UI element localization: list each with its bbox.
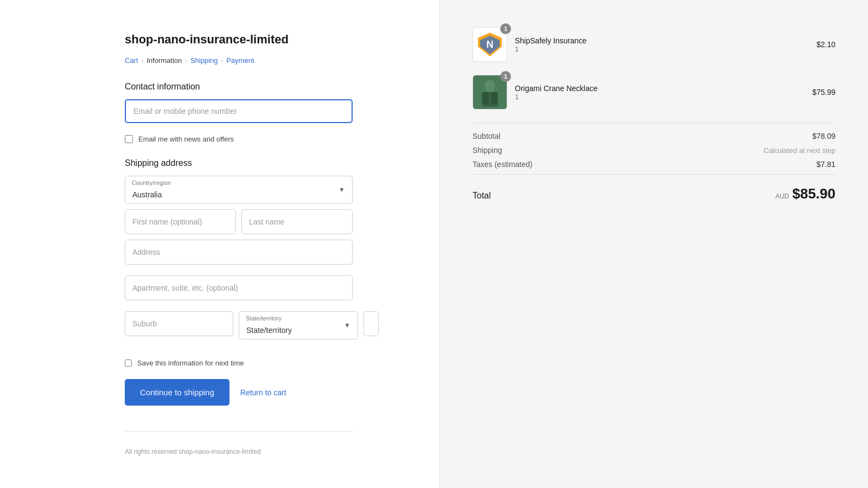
left-footer: All rights reserved shop-nano-insurance-… <box>125 431 353 455</box>
breadcrumb-information[interactable]: Information <box>146 56 182 65</box>
button-row: Continue to shipping Return to cart <box>125 379 353 406</box>
last-name-input[interactable] <box>241 209 353 234</box>
subtotal-value: $78.09 <box>812 132 835 140</box>
order-divider-top <box>473 123 835 123</box>
cart-item-shipsafely-left: N 1 ShipSafely Insurance 1 <box>473 27 586 62</box>
shipsafely-name: ShipSafely Insurance <box>515 36 586 45</box>
breadcrumb-cart[interactable]: Cart <box>125 56 138 65</box>
country-select[interactable]: Australia <box>125 176 353 204</box>
taxes-value: $7.81 <box>816 160 835 169</box>
breadcrumb-sep-2: › <box>185 57 187 64</box>
continue-to-shipping-button[interactable]: Continue to shipping <box>125 379 229 406</box>
breadcrumb: Cart › Information › Shipping › Payment <box>125 56 353 65</box>
necklace-price: $75.99 <box>812 88 835 97</box>
total-amount: $85.90 <box>792 185 835 202</box>
right-panel: N 1 ShipSafely Insurance 1 $2.10 <box>439 0 868 488</box>
store-title: shop-nano-insurance-limited <box>125 33 353 47</box>
breadcrumb-sep-1: › <box>142 57 144 64</box>
total-row: Total AUD $85.90 <box>473 183 835 202</box>
svg-rect-8 <box>491 92 497 105</box>
country-field-group: Country/region Australia ▼ <box>125 176 353 204</box>
shipping-row: Shipping Calculated at next step <box>473 146 835 155</box>
save-checkbox[interactable] <box>125 359 132 367</box>
necklace-image-wrap: 1 <box>473 75 507 110</box>
cart-item-necklace: 1 Origami Crane Necklace 1 $75.99 <box>473 75 835 110</box>
order-divider-bottom <box>473 174 835 175</box>
total-label: Total <box>473 191 491 201</box>
address-field-group <box>125 240 353 270</box>
shipsafely-qty: 1 <box>515 45 586 53</box>
apartment-input[interactable] <box>125 275 353 300</box>
postcode-input[interactable] <box>363 311 379 336</box>
suburb-field-group <box>125 311 233 339</box>
necklace-name: Origami Crane Necklace <box>515 84 598 93</box>
shipsafely-image-wrap: N 1 <box>473 27 507 62</box>
state-select-wrapper: State/territory State/territory ▼ <box>239 311 358 339</box>
total-currency: AUD <box>775 192 789 200</box>
footer-text: All rights reserved shop-nano-insurance-… <box>125 448 261 455</box>
left-panel: shop-nano-insurance-limited Cart › Infor… <box>0 0 439 488</box>
newsletter-checkbox[interactable] <box>125 135 133 143</box>
return-to-cart-button[interactable]: Return to cart <box>240 388 286 397</box>
total-value-group: AUD $85.90 <box>775 185 835 202</box>
address-input[interactable] <box>125 240 353 265</box>
location-row: State/territory State/territory ▼ <box>125 311 353 339</box>
subtotal-label: Subtotal <box>473 132 500 140</box>
svg-point-5 <box>484 80 495 92</box>
state-field-group: State/territory State/territory ▼ <box>239 311 358 339</box>
svg-text:N: N <box>487 39 494 50</box>
breadcrumb-sep-3: › <box>221 57 224 64</box>
first-name-field-group <box>125 209 236 234</box>
taxes-label: Taxes (estimated) <box>473 160 532 169</box>
cart-item-necklace-left: 1 Origami Crane Necklace 1 <box>473 75 598 110</box>
shipping-value: Calculated at next step <box>764 146 835 155</box>
save-label: Save this information for next time <box>137 359 244 367</box>
subtotal-row: Subtotal $78.09 <box>473 132 835 140</box>
save-row: Save this information for next time <box>125 359 353 367</box>
state-select[interactable]: State/territory <box>239 311 358 339</box>
necklace-badge: 1 <box>500 71 511 82</box>
necklace-qty: 1 <box>515 93 598 101</box>
newsletter-label: Email me with news and offers <box>138 135 234 143</box>
contact-section-title: Contact information <box>125 82 353 92</box>
name-row <box>125 209 353 234</box>
necklace-info: Origami Crane Necklace 1 <box>515 84 598 101</box>
last-name-field-group <box>241 209 353 234</box>
shipping-label: Shipping <box>473 146 502 155</box>
shipping-section-title: Shipping address <box>125 158 353 168</box>
taxes-row: Taxes (estimated) $7.81 <box>473 160 835 169</box>
newsletter-row: Email me with news and offers <box>125 135 353 143</box>
first-name-input[interactable] <box>125 209 236 234</box>
postcode-field-group <box>363 311 379 339</box>
shipping-section: Shipping address Country/region Australi… <box>125 158 353 348</box>
suburb-input[interactable] <box>125 311 233 336</box>
cart-item-shipsafely: N 1 ShipSafely Insurance 1 $2.10 <box>473 27 835 62</box>
country-select-wrapper: Country/region Australia ▼ <box>125 176 353 204</box>
breadcrumb-shipping[interactable]: Shipping <box>190 56 218 65</box>
shipsafely-price: $2.10 <box>816 40 835 49</box>
email-field-group <box>125 99 353 130</box>
shipsafely-info: ShipSafely Insurance 1 <box>515 36 586 53</box>
apartment-field-group <box>125 275 353 306</box>
svg-rect-7 <box>482 92 489 105</box>
email-input[interactable] <box>125 99 353 123</box>
shipsafely-badge: 1 <box>500 23 511 34</box>
breadcrumb-payment[interactable]: Payment <box>226 56 254 65</box>
